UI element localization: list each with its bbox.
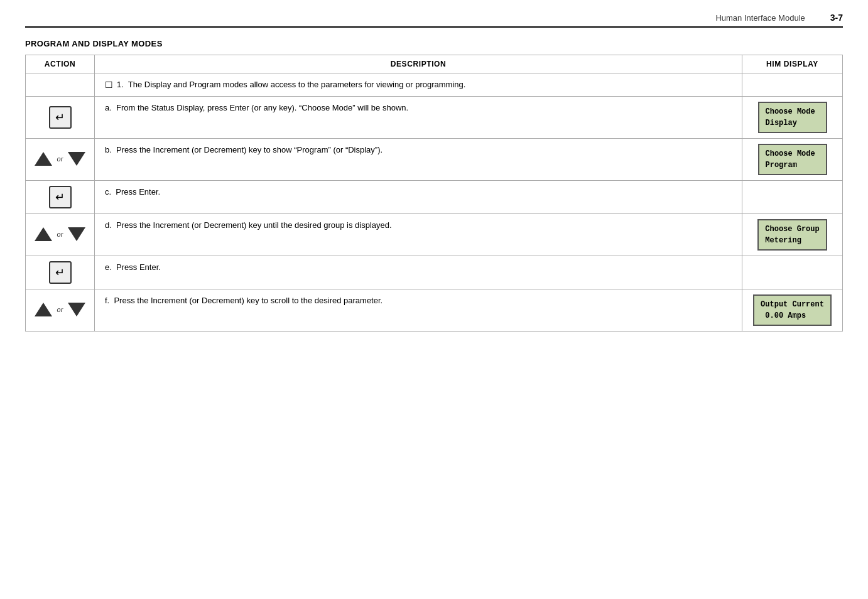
description-cell: f. Press the Increment (or Decrement) ke… [95,289,742,332]
arrow-down-icon [68,303,85,316]
col-description: DESCRIPTION [95,55,742,73]
description-text: c. Press Enter. [105,187,160,197]
table-row: or b. Press the Increment (or Decrement)… [26,139,843,181]
table-row: ↵ a. From the Status Display, press Ente… [26,97,843,139]
arrow-down-icon [68,152,85,166]
action-cell-arrows: or [26,139,95,181]
him-display-cell [742,73,843,97]
action-cell-enter: ↵ [26,256,95,289]
action-cell-enter: ↵ [26,97,95,139]
arrow-down-icon [68,227,85,241]
table-row: ↵ e. Press Enter. [26,256,843,289]
arrow-up-icon [35,152,52,166]
description-text: a. From the Status Display, press Enter … [105,103,408,112]
arrow-keys: or [35,227,86,241]
lcd-display: Choose ModeDisplay [758,102,827,133]
enter-key-icon: ↵ [49,186,72,208]
action-cell [26,73,95,97]
description-text: e. Press Enter. [105,262,161,272]
him-display-cell [742,256,843,289]
description-cell: a. From the Status Display, press Enter … [95,97,742,139]
section-title: PROGRAM AND DISPLAY MODES [25,39,843,48]
action-cell-enter: ↵ [26,181,95,214]
him-display-cell: Choose GroupMetering [742,214,843,256]
col-action: ACTION [26,55,95,73]
col-him-display: HIM DISPLAY [742,55,843,73]
description-cell: ☐ 1. The Display and Program modes allow… [95,73,742,97]
description-number: 1. The Display and Program modes allow a… [117,80,465,89]
arrow-up-icon [35,227,52,241]
main-table: ACTION DESCRIPTION HIM DISPLAY ☐ 1. The … [25,55,843,332]
him-display-cell: Choose ModeProgram [742,139,843,181]
table-row: ☐ 1. The Display and Program modes allow… [26,73,843,97]
enter-key-icon: ↵ [49,106,72,129]
description-cell: e. Press Enter. [95,256,742,289]
him-display-cell [742,181,843,214]
checkbox-icon: ☐ [105,80,113,90]
arrow-keys: or [35,152,86,166]
description-text: b. Press the Increment (or Decrement) ke… [105,145,382,154]
description-cell: d. Press the Increment (or Decrement) ke… [95,214,742,256]
table-row: or f. Press the Increment (or Decrement)… [26,289,843,332]
description-cell: c. Press Enter. [95,181,742,214]
header-title: Human Interface Module [715,13,805,23]
him-display-cell: Choose ModeDisplay [742,97,843,139]
action-cell-arrows: or [26,214,95,256]
page-header: Human Interface Module 3-7 [25,13,843,28]
arrow-up-icon [35,303,52,316]
description-text: d. Press the Increment (or Decrement) ke… [105,220,392,230]
or-label: or [57,230,63,238]
action-cell-arrows: or [26,289,95,332]
description-text: f. Press the Increment (or Decrement) ke… [105,296,382,305]
table-row: ↵ c. Press Enter. [26,181,843,214]
him-display-cell: Output Current 0.00 Amps [742,289,843,332]
enter-key-icon: ↵ [49,261,72,284]
or-label: or [57,306,63,313]
lcd-display: Choose ModeProgram [758,144,827,175]
arrow-keys: or [35,303,86,316]
table-row: or d. Press the Increment (or Decrement)… [26,214,843,256]
description-cell: b. Press the Increment (or Decrement) ke… [95,139,742,181]
lcd-display: Output Current 0.00 Amps [753,294,832,326]
lcd-display: Choose GroupMetering [757,219,827,251]
page-number: 3-7 [830,13,843,23]
or-label: or [57,155,63,163]
